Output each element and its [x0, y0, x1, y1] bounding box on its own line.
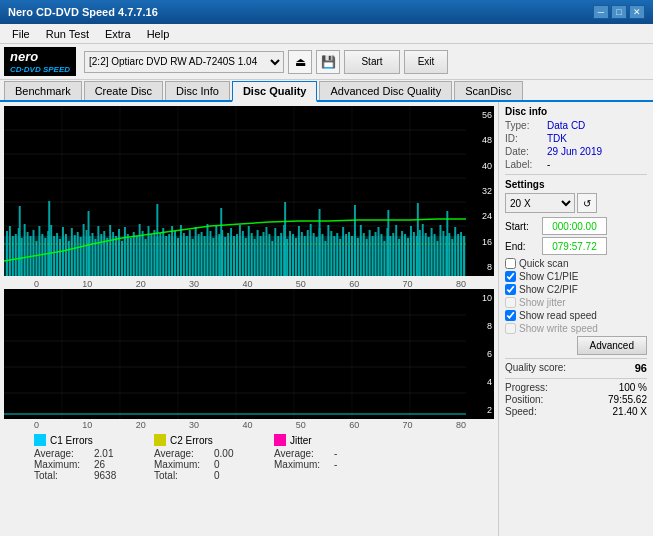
- start-row: Start:: [505, 217, 647, 235]
- svg-rect-177: [454, 227, 456, 276]
- progress-row: Progress: 100 %: [505, 382, 647, 393]
- svg-rect-16: [12, 236, 14, 276]
- tab-createdisc[interactable]: Create Disc: [84, 81, 163, 100]
- close-button[interactable]: ✕: [629, 5, 645, 19]
- advanced-button[interactable]: Advanced: [577, 336, 647, 355]
- cb-writespeed-input: [505, 323, 516, 334]
- svg-rect-46: [100, 234, 102, 276]
- save-icon[interactable]: 💾: [316, 50, 340, 74]
- disc-label-row: Label: -: [505, 159, 647, 170]
- position-label: Position:: [505, 394, 543, 405]
- svg-rect-143: [354, 231, 356, 276]
- tab-discinfo[interactable]: Disc Info: [165, 81, 230, 100]
- svg-rect-30: [53, 236, 55, 276]
- cb-c2pif-input[interactable]: [505, 284, 516, 295]
- x-label-40: 40: [242, 279, 252, 289]
- svg-rect-168: [428, 237, 430, 276]
- start-input[interactable]: [542, 217, 607, 235]
- jitter-avg-value: -: [334, 448, 374, 459]
- top-chart-x-axis: 0 10 20 30 40 50 60 70 80: [4, 278, 494, 289]
- svg-rect-63: [150, 234, 152, 276]
- svg-rect-35: [68, 241, 70, 276]
- svg-rect-133: [48, 201, 50, 276]
- svg-rect-109: [286, 239, 288, 276]
- x-label-50: 50: [296, 279, 306, 289]
- svg-rect-40: [83, 224, 85, 276]
- svg-rect-161: [407, 238, 409, 276]
- speed-row: Speed: 21.40 X: [505, 406, 647, 417]
- minimize-button[interactable]: ─: [593, 5, 609, 19]
- svg-rect-68: [165, 236, 167, 276]
- cb-readspeed-input[interactable]: [505, 310, 516, 321]
- c2-total-value: 0: [214, 470, 254, 481]
- bx-label-70: 70: [403, 420, 413, 430]
- bx-label-0: 0: [34, 420, 39, 430]
- cb-jitter-input: [505, 297, 516, 308]
- tab-benchmark[interactable]: Benchmark: [4, 81, 82, 100]
- svg-rect-107: [280, 233, 282, 276]
- drive-selector[interactable]: [2:2] Optiarc DVD RW AD-7240S 1.04: [84, 51, 284, 73]
- bx-label-80: 80: [456, 420, 466, 430]
- start-button[interactable]: Start: [344, 50, 400, 74]
- svg-rect-80: [201, 232, 203, 276]
- bx-label-20: 20: [136, 420, 146, 430]
- maximize-button[interactable]: □: [611, 5, 627, 19]
- c1-color-box: [34, 434, 46, 446]
- svg-rect-101: [263, 232, 265, 276]
- svg-rect-20: [24, 224, 26, 276]
- eject-icon[interactable]: ⏏: [288, 50, 312, 74]
- disc-date-key: Date:: [505, 146, 547, 157]
- svg-rect-86: [218, 234, 220, 276]
- c1-total-label: Total:: [34, 470, 94, 481]
- quality-value: 96: [635, 362, 647, 374]
- svg-rect-82: [206, 224, 208, 276]
- start-label: Start:: [505, 221, 540, 232]
- c2-total-label: Total:: [154, 470, 214, 481]
- exit-button[interactable]: Exit: [404, 50, 448, 74]
- end-input[interactable]: [542, 237, 607, 255]
- bx-label-60: 60: [349, 420, 359, 430]
- svg-rect-66: [159, 233, 161, 276]
- disc-type-val: Data CD: [547, 120, 585, 131]
- y-label-16: 16: [468, 237, 492, 247]
- svg-rect-89: [227, 233, 229, 276]
- top-chart: 56 48 40 32 24 16 8: [4, 106, 494, 276]
- svg-rect-88: [224, 237, 226, 276]
- svg-rect-167: [425, 233, 427, 276]
- menu-help[interactable]: Help: [139, 26, 178, 42]
- svg-rect-25: [38, 226, 40, 276]
- svg-rect-69: [168, 234, 170, 276]
- svg-rect-150: [375, 232, 377, 276]
- x-label-60: 60: [349, 279, 359, 289]
- tab-scandisc[interactable]: ScanDisc: [454, 81, 522, 100]
- svg-rect-73: [180, 225, 182, 276]
- top-chart-svg: [4, 106, 466, 276]
- cb-c1pie-label: Show C1/PIE: [519, 271, 578, 282]
- cb-quickscan-label: Quick scan: [519, 258, 568, 269]
- legend-c2: C2 Errors Average: 0.00 Maximum: 0 Total…: [154, 434, 254, 481]
- x-label-0: 0: [34, 279, 39, 289]
- end-label: End:: [505, 241, 540, 252]
- main-content: 56 48 40 32 24 16 8 0 10 20 30 40 50 60 …: [0, 102, 653, 536]
- refresh-button[interactable]: ↺: [577, 193, 597, 213]
- end-row: End:: [505, 237, 647, 255]
- disc-id-val: TDK: [547, 133, 567, 144]
- c2-avg-label: Average:: [154, 448, 214, 459]
- cb-jitter: Show jitter: [505, 297, 647, 308]
- svg-rect-36: [71, 228, 73, 276]
- svg-rect-81: [204, 236, 206, 276]
- menu-extra[interactable]: Extra: [97, 26, 139, 42]
- menu-runtest[interactable]: Run Test: [38, 26, 97, 42]
- svg-rect-94: [242, 231, 244, 276]
- svg-rect-93: [239, 225, 241, 276]
- speed-selector[interactable]: 20 X: [505, 193, 575, 213]
- window-controls: ─ □ ✕: [593, 5, 645, 19]
- svg-rect-118: [313, 233, 315, 276]
- cb-quickscan-input[interactable]: [505, 258, 516, 269]
- cb-c1pie-input[interactable]: [505, 271, 516, 282]
- menu-file[interactable]: File: [4, 26, 38, 42]
- tab-advanceddiscquality[interactable]: Advanced Disc Quality: [319, 81, 452, 100]
- svg-rect-137: [284, 202, 286, 276]
- tab-discquality[interactable]: Disc Quality: [232, 81, 318, 102]
- svg-rect-159: [401, 231, 403, 276]
